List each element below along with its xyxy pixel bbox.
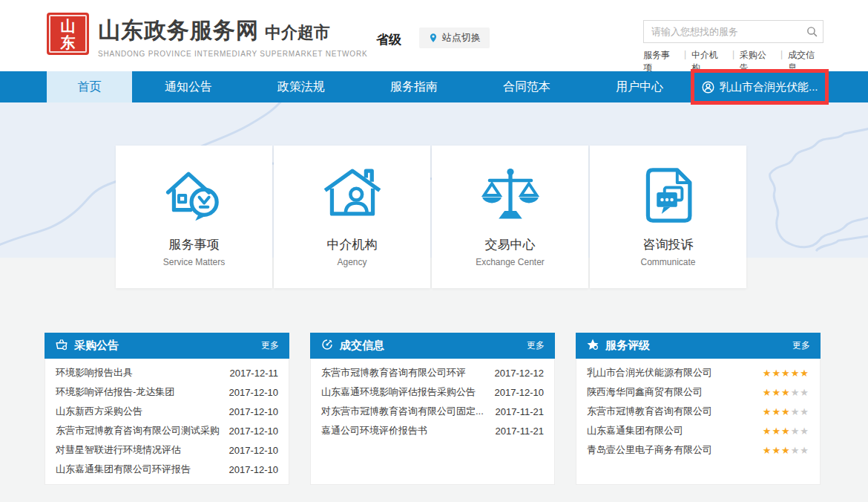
panel-header: 采购公告更多 [45, 333, 289, 359]
card-title: 服务事项 [116, 236, 272, 253]
item-text: 山东嘉通环境影响评估报告采购公告 [321, 385, 476, 399]
list-item[interactable]: 东营市冠博教育咨询有限公司环评2017-12-12 [311, 363, 554, 382]
list-item[interactable]: 乳山市合润光伏能源有限公司★★★★★ [576, 363, 820, 382]
basket-icon [55, 338, 68, 354]
item-date: 2017-11-21 [495, 426, 544, 437]
star-icon: ★ [791, 445, 800, 456]
quick-link[interactable]: 成交信息 [788, 49, 823, 74]
house-chat-icon [116, 163, 272, 227]
list-item[interactable]: 山东嘉通集团有限公司★★★★★ [576, 421, 820, 440]
cards-row: 服务事项Service Matters中介机构Agency交易中心Exchang… [116, 146, 746, 288]
site-switch-button[interactable]: 站点切换 [419, 27, 490, 48]
service-card-1[interactable]: 中介机构Agency [274, 146, 430, 288]
nav-item-0[interactable]: 首页 [47, 71, 132, 102]
star-icon: ★ [791, 406, 800, 417]
list-item[interactable]: 环境影响报告出具2017-12-11 [45, 363, 289, 382]
panel-title: 服务评级 [605, 339, 786, 353]
list-item[interactable]: 对彗星智联进行环境情况评估2017-12-10 [45, 440, 289, 460]
panel-1: 成交信息更多东营市冠博教育咨询有限公司环评2017-12-12山东嘉通环境影响评… [310, 333, 555, 485]
quick-link[interactable]: 中介机构 [691, 49, 727, 74]
logo-seal-text: 山东 [59, 18, 77, 50]
rating-stars: ★★★★★ [763, 385, 809, 399]
star-icon: ★ [772, 406, 781, 417]
more-link[interactable]: 更多 [261, 339, 279, 352]
panel-body: 环境影响报告出具2017-12-11环境影响评估报告-龙达集团2017-12-1… [45, 359, 289, 485]
more-link[interactable]: 更多 [792, 339, 810, 352]
panels-row: 采购公告更多环境影响报告出具2017-12-11环境影响评估报告-龙达集团201… [45, 333, 821, 485]
search-input[interactable] [644, 26, 800, 37]
star-icon: ★ [763, 426, 772, 437]
item-date: 2017-12-10 [495, 387, 545, 398]
card-subtitle: Exchange Center [432, 257, 588, 267]
card-title: 中介机构 [274, 236, 430, 253]
more-link[interactable]: 更多 [527, 339, 545, 352]
item-text: 青岛壹公里电子商务有限公司 [587, 443, 712, 457]
house-person-icon [274, 163, 430, 227]
rating-stars: ★★★★★ [763, 366, 809, 379]
list-item[interactable]: 嘉通公司环境评价报告书2017-11-21 [311, 421, 554, 440]
list-item[interactable]: 东营市冠博教育咨询有限公司测试采购2017-12-10 [45, 421, 289, 440]
service-card-2[interactable]: 交易中心Exchange Center [432, 146, 588, 288]
item-text: 陕西海华同鑫商贸有限公司 [587, 385, 703, 399]
quick-link[interactable]: 服务事项 [643, 49, 679, 74]
list-item[interactable]: 山东新西方采购公告2017-12-10 [45, 402, 289, 421]
service-card-3[interactable]: 咨询投诉Communicate [590, 146, 746, 288]
item-text: 嘉通公司环境评价报告书 [321, 424, 427, 437]
nav-item-3[interactable]: 服务指南 [358, 71, 470, 102]
panel-body: 东营市冠博教育咨询有限公司环评2017-12-12山东嘉通环境影响评估报告采购公… [310, 359, 555, 485]
panel-title: 成交信息 [340, 339, 521, 353]
site-title: 山东政务服务网 [98, 16, 259, 46]
card-subtitle: Service Matters [116, 257, 272, 267]
quick-links: 服务事项|中介机构|采购公告|成交信息 [643, 49, 823, 74]
list-item[interactable]: 对东营市冠博教育咨询有限公司固定...2017-11-21 [311, 402, 554, 421]
quick-link[interactable]: 采购公告 [740, 49, 775, 74]
star-icon: ★ [763, 368, 772, 379]
search-icon [806, 25, 818, 38]
star-icon: ★ [800, 406, 809, 417]
site-level-label: 省级 [376, 31, 401, 48]
item-text: 东营市冠博教育咨询有限公司环评 [321, 366, 466, 379]
target-icon [320, 338, 334, 354]
item-text: 东营市冠博教育咨询有限公司测试采购 [56, 424, 220, 437]
brand-block: 山东政务服务网 中介超市 SHANDONG PROVINCE INTERMEDI… [98, 13, 367, 58]
card-title: 交易中心 [432, 236, 588, 253]
list-item[interactable]: 陕西海华同鑫商贸有限公司★★★★★ [576, 382, 820, 402]
star-icon: ★ [781, 368, 791, 379]
star-icon: ★ [800, 387, 809, 398]
panel-0: 采购公告更多环境影响报告出具2017-12-11环境影响评估报告-龙达集团201… [45, 333, 289, 485]
list-item[interactable]: 山东嘉通集团有限公司环评报告2017-12-10 [45, 460, 289, 479]
item-text: 山东新西方采购公告 [56, 405, 142, 418]
nav-item-5[interactable]: 用户中心 [583, 71, 696, 102]
logo[interactable]: 山东 山东政务服务网 中介超市 SHANDONG PROVINCE INTERM… [47, 13, 367, 58]
item-date: 2017-12-10 [229, 464, 279, 475]
nav-item-1[interactable]: 通知公告 [132, 71, 245, 102]
item-text: 环境影响报告出具 [56, 366, 133, 379]
item-text: 东营市冠博教育咨询有限公司 [587, 405, 712, 418]
star-icon: ★ [763, 445, 772, 456]
item-text: 对彗星智联进行环境情况评估 [56, 443, 181, 457]
quick-link-separator: | [684, 49, 686, 74]
nav-item-4[interactable]: 合同范本 [470, 71, 583, 102]
rating-stars: ★★★★★ [763, 424, 809, 437]
list-item[interactable]: 山东嘉通环境影响评估报告采购公告2017-12-10 [311, 382, 554, 402]
nav-user-menu[interactable]: 乳山市合润光伏能... [701, 71, 818, 102]
service-card-0[interactable]: 服务事项Service Matters [116, 146, 272, 288]
star-icon: ★ [763, 406, 772, 417]
panel-header: 成交信息更多 [310, 333, 555, 359]
list-item[interactable]: 青岛壹公里电子商务有限公司★★★★★ [576, 440, 820, 460]
site-subtitle-en: SHANDONG PROVINCE INTERMEDIARY SUPERMARK… [98, 50, 367, 58]
panel-body: 乳山市合润光伏能源有限公司★★★★★陕西海华同鑫商贸有限公司★★★★★东营市冠博… [576, 359, 821, 485]
site-subtitle-cn: 中介超市 [265, 22, 330, 44]
list-item[interactable]: 环境影响评估报告-龙达集团2017-12-10 [45, 382, 289, 402]
nav-item-2[interactable]: 政策法规 [245, 71, 358, 102]
search-button[interactable] [800, 21, 823, 42]
nav-items: 首页通知公告政策法规服务指南合同范本用户中心 [47, 71, 696, 102]
rating-stars: ★★★★★ [763, 405, 809, 418]
card-title: 咨询投诉 [590, 236, 746, 253]
item-text: 山东嘉通集团有限公司环评报告 [56, 463, 191, 476]
list-item[interactable]: 东营市冠博教育咨询有限公司★★★★★ [576, 402, 820, 421]
item-date: 2017-12-10 [229, 387, 279, 398]
item-date: 2017-11-21 [495, 406, 544, 417]
site-switch-label: 站点切换 [442, 31, 481, 45]
star-icon: ★ [772, 445, 781, 456]
